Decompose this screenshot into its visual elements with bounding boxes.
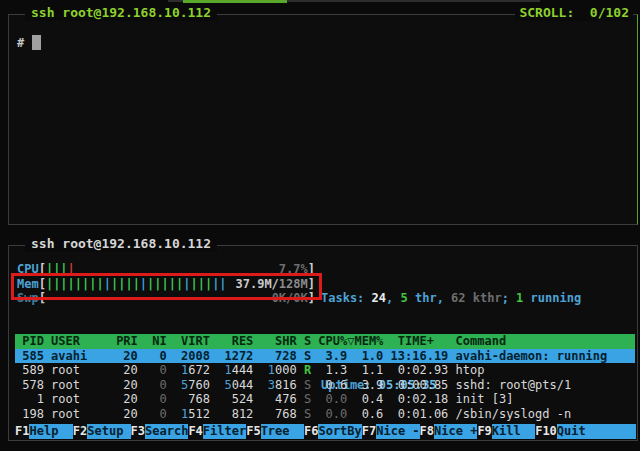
f4-filter-button[interactable]: Filter <box>203 424 246 439</box>
mem-meter-value: 37.9M/128M <box>236 277 308 292</box>
cpu-meter-label: CPU <box>17 262 39 277</box>
col-ni[interactable]: NI <box>145 334 167 349</box>
col-virt[interactable]: VIRT <box>174 334 210 349</box>
shr-cell: 3816 <box>261 378 297 393</box>
col-res[interactable]: RES <box>217 334 253 349</box>
shr-cell: 768 <box>261 407 297 422</box>
mem-cell: 1.0 <box>347 349 383 364</box>
f5-key[interactable]: F5 <box>246 424 260 439</box>
cpu-meter-bar-area: ||||7.7% <box>46 262 308 277</box>
mem-meter-label: Mem <box>17 277 39 292</box>
cpu-cell: 0.0 <box>318 392 347 407</box>
mem-meter: Mem[|||||||||||||||||||||||||37.9M/128M] <box>17 277 315 292</box>
ni-cell: 0 <box>145 349 167 364</box>
f2-setup-button[interactable]: Setup <box>87 424 130 439</box>
command-cell: htop <box>456 363 635 378</box>
swp-meter-label: Swp <box>17 291 39 306</box>
user-cell: avahi <box>51 349 116 364</box>
process-row[interactable]: 1 root20 0 768 524 476 S 0.00.40:02.18 i… <box>15 392 635 407</box>
time-cell: 0:02.93 <box>383 363 448 378</box>
ni-cell: 0 <box>145 407 167 422</box>
f3-search-button[interactable]: Search <box>145 424 188 439</box>
pid-cell: 198 <box>15 407 44 422</box>
pid-cell: 585 <box>15 349 44 364</box>
state-cell: S <box>304 407 311 422</box>
time-cell: 0:02.18 <box>383 392 448 407</box>
scroll-indicator: SCROLL: 0/102 <box>515 6 633 21</box>
col-time[interactable]: TIME+ <box>383 334 448 349</box>
bracket: [ <box>39 291 46 306</box>
col-command[interactable]: Command <box>456 334 635 349</box>
res-cell: 5044 <box>217 378 253 393</box>
f6-key[interactable]: F6 <box>304 424 318 439</box>
bracket: ] <box>308 277 315 292</box>
res-cell: 1444 <box>217 363 253 378</box>
col-pid[interactable]: PID <box>15 334 44 349</box>
f5-tree-button[interactable]: Tree <box>261 424 304 439</box>
col-cpu-sort[interactable]: CPU% <box>318 334 347 349</box>
process-table-header[interactable]: PID USER PRI NI VIRT RES SHR S CPU% ▽MEM… <box>15 334 635 349</box>
col-mem[interactable]: ▽MEM% <box>347 334 383 349</box>
process-row[interactable]: 589 root20 0 1672 1444 1000 R 1.31.10:02… <box>15 363 635 378</box>
pri-cell: 20 <box>116 378 138 393</box>
shell-prompt[interactable]: # <box>17 35 41 51</box>
text-cursor <box>32 35 41 50</box>
mem-cell: 0.6 <box>347 407 383 422</box>
pid-cell: 1 <box>15 392 44 407</box>
pane-title: ssh root@192.168.10.112 <box>25 237 217 252</box>
shr-cell: 476 <box>261 392 297 407</box>
f9-kill-button[interactable]: Kill <box>492 424 535 439</box>
state-cell: R <box>304 363 311 378</box>
f9-key[interactable]: F9 <box>477 424 491 439</box>
col-shr[interactable]: SHR <box>261 334 297 349</box>
mem-cell: 1.1 <box>347 363 383 378</box>
user-cell: root <box>51 407 116 422</box>
window-top-edge-accent <box>183 0 287 3</box>
f2-key[interactable]: F2 <box>73 424 87 439</box>
ni-cell: 0 <box>145 378 167 393</box>
cpu-cell: 0.0 <box>318 407 347 422</box>
terminal-screen: ssh root@192.168.10.112 SCROLL: 0/102 # … <box>0 0 640 451</box>
pri-cell: 20 <box>116 407 138 422</box>
f10-quit-button[interactable]: Quit <box>557 424 600 439</box>
f1-key[interactable]: F1 <box>15 424 29 439</box>
swp-meter-bar-area: 0K/0K <box>46 291 308 306</box>
f1-help-button[interactable]: Help <box>29 424 72 439</box>
f4-key[interactable]: F4 <box>188 424 202 439</box>
f7-key[interactable]: F7 <box>362 424 376 439</box>
col-user[interactable]: USER <box>51 334 116 349</box>
pid-cell: 578 <box>15 378 44 393</box>
function-key-bar: F1Help F2Setup F3SearchF4FilterF5Tree F6… <box>15 424 636 439</box>
cpu-meter-bars: |||| <box>46 262 75 277</box>
cpu-cell: 1.3 <box>318 363 347 378</box>
col-pri[interactable]: PRI <box>116 334 138 349</box>
process-row[interactable]: 578 root20 0 5760 5044 3816 S 0.63.90:00… <box>15 378 635 393</box>
cpu-meter: CPU[||||7.7%] <box>17 262 315 277</box>
process-row[interactable]: 198 root20 0 1512 812 768 S 0.00.60:01.0… <box>15 407 635 422</box>
virt-cell: 2008 <box>174 349 210 364</box>
virt-cell: 1512 <box>174 407 210 422</box>
process-row[interactable]: 585 avahi20 0 2008 1272 728 S 3.91.013:1… <box>15 349 635 364</box>
time-cell: 0:01.06 <box>383 407 448 422</box>
virt-cell: 5760 <box>174 378 210 393</box>
mem-cell: 0.4 <box>347 392 383 407</box>
cpu-cell: 3.9 <box>318 349 347 364</box>
virt-cell: 1672 <box>174 363 210 378</box>
f10-key[interactable]: F10 <box>535 424 557 439</box>
state-cell: S <box>304 392 311 407</box>
f6-sortby-button[interactable]: SortBy <box>318 424 361 439</box>
f8-key[interactable]: F8 <box>420 424 434 439</box>
f7-nice-minus-button[interactable]: Nice - <box>376 424 419 439</box>
f3-key[interactable]: F3 <box>131 424 145 439</box>
pane-title: ssh root@192.168.10.112 <box>25 6 217 21</box>
pane-shell[interactable]: ssh root@192.168.10.112 SCROLL: 0/102 # <box>8 14 638 225</box>
bracket: ] <box>308 291 315 306</box>
pri-cell: 20 <box>116 349 138 364</box>
pri-cell: 20 <box>116 363 138 378</box>
state-cell: S <box>304 378 311 393</box>
f8-nice-plus-button[interactable]: Nice + <box>434 424 477 439</box>
command-cell: avahi-daemon: running <box>456 349 635 364</box>
pane-htop[interactable]: ssh root@192.168.10.112 CPU[||||7.7%] Me… <box>8 245 638 441</box>
col-state[interactable]: S <box>304 334 311 349</box>
shr-cell: 728 <box>261 349 297 364</box>
